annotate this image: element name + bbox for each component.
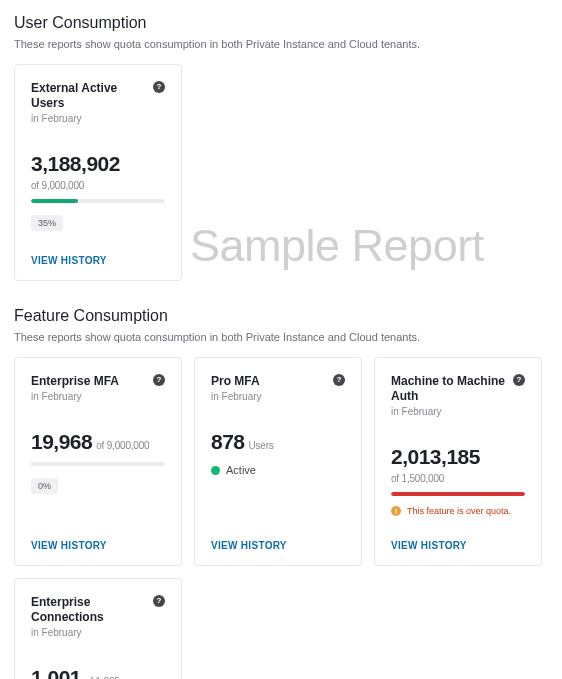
card-enterprise-mfa: Enterprise MFA in February ? 19,968 of 9… [14,357,182,566]
metric-value: 1,001 [31,666,81,679]
section-description: These reports show quota consumption in … [14,331,548,343]
card-title: Enterprise MFA [31,374,119,389]
help-icon[interactable]: ? [153,374,165,386]
status-active-icon [211,466,220,475]
help-icon[interactable]: ? [153,595,165,607]
metric-of: of 9,000,000 [96,440,149,451]
card-title: External Active Users [31,81,147,111]
status-row: Active [211,464,345,476]
progress-bar [31,199,165,203]
help-icon[interactable]: ? [333,374,345,386]
view-history-link[interactable]: VIEW HISTORY [391,540,525,551]
metric-value: 2,013,185 [391,445,480,469]
section-title: User Consumption [14,14,548,32]
percent-badge: 35% [31,215,63,231]
card-enterprise-connections: Enterprise Connections in February ? 1,0… [14,578,182,679]
card-period: in February [391,406,507,417]
over-quota-warning: ! This feature is over quota. [391,506,525,516]
warning-text: This feature is over quota. [407,506,511,516]
view-history-link[interactable]: VIEW HISTORY [31,540,165,551]
card-m2m-auth: Machine to Machine Auth in February ? 2,… [374,357,542,566]
card-title: Pro MFA [211,374,262,389]
card-period: in February [211,391,262,402]
section-user-consumption: User Consumption These reports show quot… [14,14,548,281]
metric-value: 19,968 [31,430,92,454]
card-period: in February [31,391,119,402]
warning-icon: ! [391,506,401,516]
metric-value: 3,188,902 [31,152,120,176]
progress-fill [391,492,525,496]
section-title: Feature Consumption [14,307,548,325]
progress-bar [391,492,525,496]
help-icon[interactable]: ? [153,81,165,93]
section-feature-consumption: Feature Consumption These reports show q… [14,307,548,679]
metric-of: of 1,500,000 [391,473,444,484]
progress-bar [31,462,165,466]
status-label: Active [226,464,256,476]
card-title: Machine to Machine Auth [391,374,507,404]
view-history-link[interactable]: VIEW HISTORY [31,255,165,266]
metric-of: of 9,000,000 [31,180,84,191]
card-title: Enterprise Connections [31,595,147,625]
card-external-active-users: External Active Users in February ? 3,18… [14,64,182,281]
card-pro-mfa: Pro MFA in February ? 878 Users Active V… [194,357,362,566]
help-icon[interactable]: ? [513,374,525,386]
view-history-link[interactable]: VIEW HISTORY [211,540,345,551]
feature-consumption-cards: Enterprise MFA in February ? 19,968 of 9… [14,357,548,679]
card-period: in February [31,627,147,638]
card-period: in February [31,113,147,124]
metric-value: 878 [211,430,245,454]
user-consumption-cards: External Active Users in February ? 3,18… [14,64,548,281]
section-description: These reports show quota consumption in … [14,38,548,50]
percent-badge: 0% [31,478,58,494]
progress-fill [31,199,78,203]
metric-unit: Users [249,440,274,451]
